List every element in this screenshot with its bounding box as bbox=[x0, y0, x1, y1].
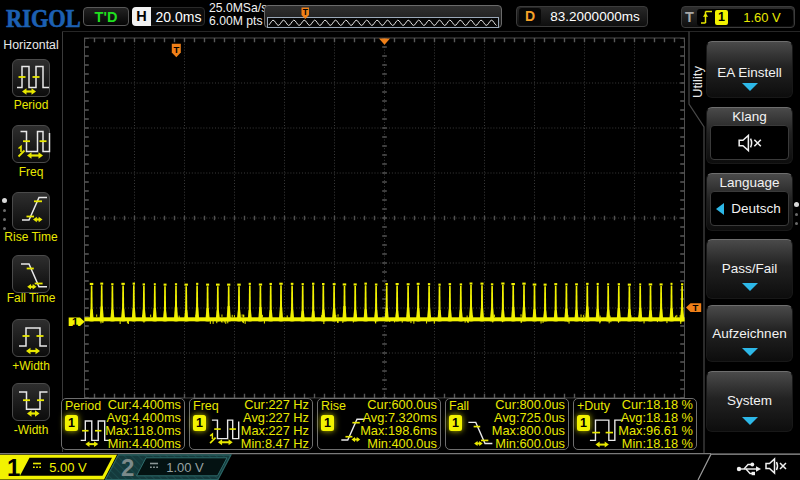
svg-text:1.00 V: 1.00 V bbox=[166, 460, 204, 475]
svg-text:5.00 V: 5.00 V bbox=[49, 460, 87, 475]
svg-text:2: 2 bbox=[121, 454, 134, 480]
svg-text:1: 1 bbox=[7, 454, 20, 480]
